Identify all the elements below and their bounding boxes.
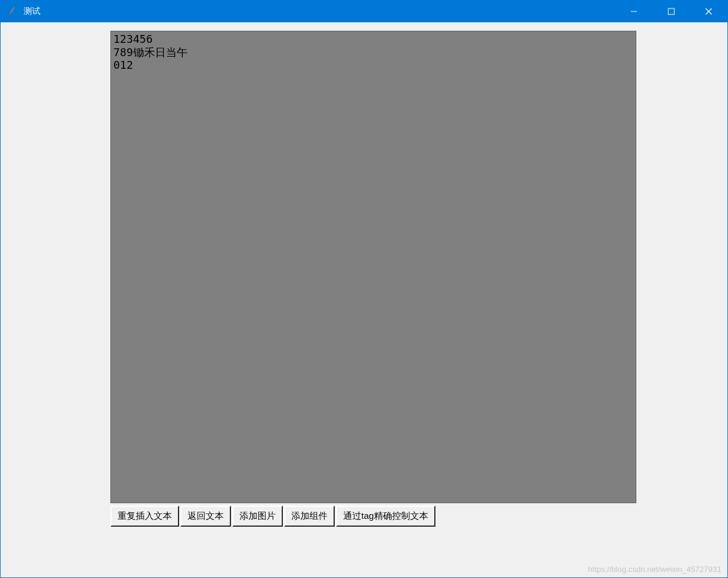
reinsert-text-button[interactable]: 重复插入文本 [110, 506, 179, 527]
close-button[interactable] [690, 1, 727, 22]
add-widget-button[interactable]: 添加组件 [284, 506, 335, 527]
minimize-button[interactable] [615, 1, 653, 22]
svg-line-0 [9, 16, 10, 17]
client-area: 123456 789锄禾日当午 012 重复插入文本 返回文本 添加图片 添加组… [1, 22, 727, 577]
tag-control-text-button[interactable]: 通过tag精确控制文本 [336, 506, 435, 527]
app-window: 测试 123456 789锄禾日当午 012 重复插入文 [0, 0, 728, 578]
close-icon [705, 8, 712, 15]
return-text-button[interactable]: 返回文本 [180, 506, 231, 527]
window-title: 测试 [24, 6, 615, 17]
window-controls [615, 1, 727, 22]
titlebar[interactable]: 测试 [1, 1, 727, 22]
watermark-text: https://blog.csdn.net/weixin_45727931 [588, 565, 721, 574]
minimize-icon [630, 8, 638, 15]
button-row: 重复插入文本 返回文本 添加图片 添加组件 通过tag精确控制文本 [110, 506, 727, 527]
maximize-icon [668, 8, 675, 15]
add-image-button[interactable]: 添加图片 [232, 506, 283, 527]
svg-rect-2 [668, 8, 674, 14]
text-widget[interactable]: 123456 789锄禾日当午 012 [110, 31, 636, 503]
maximize-button[interactable] [653, 1, 690, 22]
tk-feather-icon [7, 5, 19, 17]
